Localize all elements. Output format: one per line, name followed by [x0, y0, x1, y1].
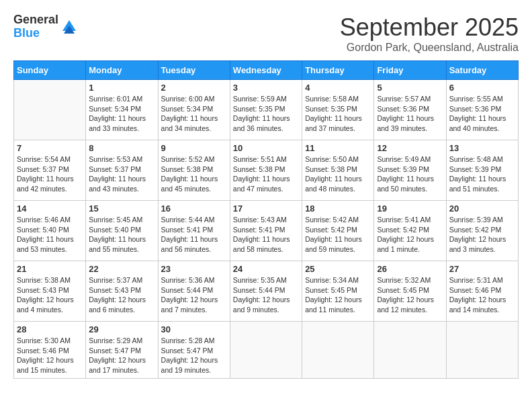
day-info: Sunrise: 5:34 AM Sunset: 5:45 PM Dayligh… [305, 275, 371, 315]
calendar-cell [374, 322, 446, 379]
week-row-1: 1Sunrise: 6:01 AM Sunset: 5:34 PM Daylig… [14, 80, 519, 140]
day-number: 30 [161, 324, 227, 334]
logo-icon [60, 17, 79, 36]
calendar-cell: 9Sunrise: 5:52 AM Sunset: 5:38 PM Daylig… [158, 140, 230, 201]
day-number: 17 [233, 203, 299, 214]
calendar-cell: 5Sunrise: 5:57 AM Sunset: 5:36 PM Daylig… [374, 80, 446, 140]
day-number: 19 [377, 203, 443, 214]
day-info: Sunrise: 5:32 AM Sunset: 5:45 PM Dayligh… [377, 275, 443, 315]
weekday-header-thursday: Thursday [302, 61, 374, 80]
day-number: 21 [17, 264, 83, 274]
day-number: 29 [89, 324, 154, 334]
calendar-cell: 23Sunrise: 5:36 AM Sunset: 5:44 PM Dayli… [158, 261, 230, 322]
calendar-cell: 28Sunrise: 5:30 AM Sunset: 5:46 PM Dayli… [14, 322, 86, 379]
day-info: Sunrise: 5:42 AM Sunset: 5:42 PM Dayligh… [305, 215, 371, 255]
week-row-5: 28Sunrise: 5:30 AM Sunset: 5:46 PM Dayli… [14, 322, 519, 379]
day-info: Sunrise: 5:50 AM Sunset: 5:38 PM Dayligh… [305, 154, 371, 194]
week-row-3: 14Sunrise: 5:46 AM Sunset: 5:40 PM Dayli… [14, 201, 519, 261]
day-number: 12 [377, 143, 443, 153]
weekday-header-saturday: Saturday [446, 61, 518, 80]
day-number: 24 [233, 264, 299, 274]
calendar-cell [446, 322, 518, 379]
day-number: 5 [377, 83, 443, 93]
day-info: Sunrise: 5:41 AM Sunset: 5:42 PM Dayligh… [377, 215, 443, 255]
calendar-cell [230, 322, 302, 379]
calendar-cell: 16Sunrise: 5:44 AM Sunset: 5:41 PM Dayli… [158, 201, 230, 261]
day-info: Sunrise: 5:35 AM Sunset: 5:44 PM Dayligh… [233, 275, 299, 315]
calendar-cell: 11Sunrise: 5:50 AM Sunset: 5:38 PM Dayli… [302, 140, 374, 201]
day-number: 26 [377, 264, 443, 274]
location-subtitle: Gordon Park, Queensland, Australia [340, 42, 519, 54]
day-info: Sunrise: 5:43 AM Sunset: 5:41 PM Dayligh… [233, 215, 299, 255]
calendar-cell: 12Sunrise: 5:49 AM Sunset: 5:39 PM Dayli… [374, 140, 446, 201]
day-info: Sunrise: 5:51 AM Sunset: 5:38 PM Dayligh… [233, 154, 299, 194]
day-number: 14 [17, 203, 83, 214]
day-info: Sunrise: 6:01 AM Sunset: 5:34 PM Dayligh… [89, 94, 154, 134]
day-number: 28 [17, 324, 83, 334]
weekday-header-friday: Friday [374, 61, 446, 80]
calendar-cell: 17Sunrise: 5:43 AM Sunset: 5:41 PM Dayli… [230, 201, 302, 261]
calendar-cell: 4Sunrise: 5:58 AM Sunset: 5:35 PM Daylig… [302, 80, 374, 140]
day-info: Sunrise: 5:38 AM Sunset: 5:43 PM Dayligh… [17, 275, 83, 315]
calendar-cell: 20Sunrise: 5:39 AM Sunset: 5:42 PM Dayli… [446, 201, 518, 261]
calendar-cell: 21Sunrise: 5:38 AM Sunset: 5:43 PM Dayli… [14, 261, 86, 322]
day-info: Sunrise: 5:49 AM Sunset: 5:39 PM Dayligh… [377, 154, 443, 194]
day-number: 2 [161, 83, 227, 93]
title-section: September 2025 Gordon Park, Queensland, … [340, 13, 519, 54]
calendar-cell: 22Sunrise: 5:37 AM Sunset: 5:43 PM Dayli… [86, 261, 158, 322]
day-info: Sunrise: 5:53 AM Sunset: 5:37 PM Dayligh… [89, 154, 154, 194]
day-number: 6 [449, 83, 515, 93]
calendar-cell: 18Sunrise: 5:42 AM Sunset: 5:42 PM Dayli… [302, 201, 374, 261]
day-info: Sunrise: 5:37 AM Sunset: 5:43 PM Dayligh… [89, 275, 154, 315]
calendar-cell: 14Sunrise: 5:46 AM Sunset: 5:40 PM Dayli… [14, 201, 86, 261]
day-number: 25 [305, 264, 371, 274]
week-row-4: 21Sunrise: 5:38 AM Sunset: 5:43 PM Dayli… [14, 261, 519, 322]
logo-general-text: General [13, 13, 58, 27]
day-number: 16 [161, 203, 227, 214]
day-number: 4 [305, 83, 371, 93]
day-info: Sunrise: 5:44 AM Sunset: 5:41 PM Dayligh… [161, 215, 227, 255]
day-number: 9 [161, 143, 227, 153]
calendar-cell: 8Sunrise: 5:53 AM Sunset: 5:37 PM Daylig… [86, 140, 158, 201]
day-number: 27 [449, 264, 515, 274]
day-info: Sunrise: 5:58 AM Sunset: 5:35 PM Dayligh… [305, 94, 371, 134]
day-info: Sunrise: 5:57 AM Sunset: 5:36 PM Dayligh… [377, 94, 443, 134]
calendar-cell [14, 80, 86, 140]
calendar-cell: 10Sunrise: 5:51 AM Sunset: 5:38 PM Dayli… [230, 140, 302, 201]
day-number: 15 [89, 203, 154, 214]
day-number: 1 [89, 83, 154, 93]
calendar-cell: 15Sunrise: 5:45 AM Sunset: 5:40 PM Dayli… [86, 201, 158, 261]
day-number: 3 [233, 83, 299, 93]
day-info: Sunrise: 5:46 AM Sunset: 5:40 PM Dayligh… [17, 215, 83, 255]
calendar-cell: 19Sunrise: 5:41 AM Sunset: 5:42 PM Dayli… [374, 201, 446, 261]
calendar-cell: 2Sunrise: 6:00 AM Sunset: 5:34 PM Daylig… [158, 80, 230, 140]
day-info: Sunrise: 5:59 AM Sunset: 5:35 PM Dayligh… [233, 94, 299, 134]
day-number: 20 [449, 203, 515, 214]
day-info: Sunrise: 5:29 AM Sunset: 5:47 PM Dayligh… [89, 336, 154, 375]
calendar-cell: 25Sunrise: 5:34 AM Sunset: 5:45 PM Dayli… [302, 261, 374, 322]
calendar-cell: 13Sunrise: 5:48 AM Sunset: 5:39 PM Dayli… [446, 140, 518, 201]
page-header: General Blue September 2025 Gordon Park,… [13, 13, 519, 54]
calendar-cell: 7Sunrise: 5:54 AM Sunset: 5:37 PM Daylig… [14, 140, 86, 201]
day-number: 18 [305, 203, 371, 214]
calendar-cell: 30Sunrise: 5:28 AM Sunset: 5:47 PM Dayli… [158, 322, 230, 379]
day-number: 22 [89, 264, 154, 274]
calendar-cell: 1Sunrise: 6:01 AM Sunset: 5:34 PM Daylig… [86, 80, 158, 140]
calendar-cell: 26Sunrise: 5:32 AM Sunset: 5:45 PM Dayli… [374, 261, 446, 322]
logo-blue-text: Blue [13, 27, 58, 40]
day-info: Sunrise: 5:48 AM Sunset: 5:39 PM Dayligh… [449, 154, 515, 194]
weekday-header-monday: Monday [86, 61, 158, 80]
day-info: Sunrise: 5:28 AM Sunset: 5:47 PM Dayligh… [161, 336, 227, 375]
day-number: 11 [305, 143, 371, 153]
day-info: Sunrise: 5:31 AM Sunset: 5:46 PM Dayligh… [449, 275, 515, 315]
day-info: Sunrise: 5:39 AM Sunset: 5:42 PM Dayligh… [449, 215, 515, 255]
weekday-header-row: SundayMondayTuesdayWednesdayThursdayFrid… [14, 61, 519, 80]
day-number: 23 [161, 264, 227, 274]
month-title: September 2025 [340, 13, 519, 42]
weekday-header-wednesday: Wednesday [230, 61, 302, 80]
day-info: Sunrise: 5:52 AM Sunset: 5:38 PM Dayligh… [161, 154, 227, 194]
calendar-cell: 24Sunrise: 5:35 AM Sunset: 5:44 PM Dayli… [230, 261, 302, 322]
day-info: Sunrise: 5:54 AM Sunset: 5:37 PM Dayligh… [17, 154, 83, 194]
calendar-cell: 6Sunrise: 5:55 AM Sunset: 5:36 PM Daylig… [446, 80, 518, 140]
week-row-2: 7Sunrise: 5:54 AM Sunset: 5:37 PM Daylig… [14, 140, 519, 201]
